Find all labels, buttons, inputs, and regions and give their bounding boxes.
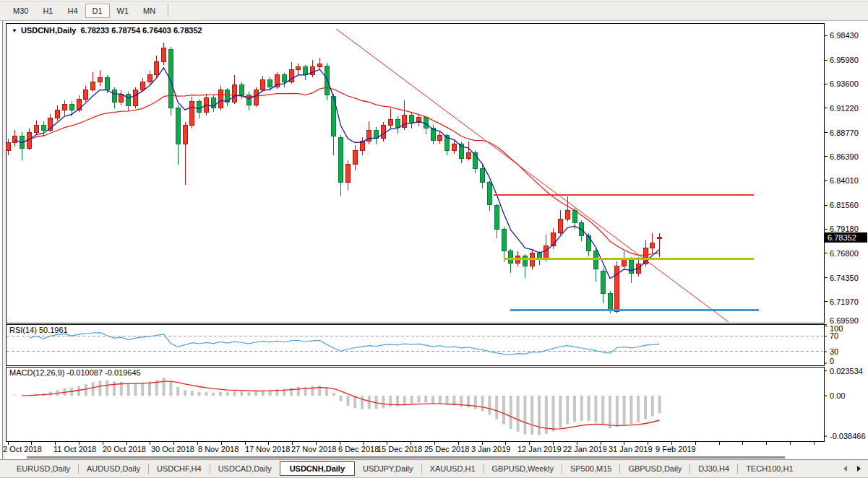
chart-tab-gbpusd-weekly[interactable]: GBPUSD,Weekly (484, 462, 562, 475)
price-tick-label: 6.88770 (830, 129, 859, 137)
chart-tab-sp500-m15[interactable]: SP500,M15 (562, 462, 619, 475)
chart-tab-usdchf-h4[interactable]: USDCHF,H4 (149, 462, 210, 475)
chart-tab-usdcnh-daily[interactable]: USDCNH,Daily (280, 461, 355, 476)
chart-tabs: EURUSD,DailyAUDUSD,DailyUSDCHF,H4USDCAD,… (9, 462, 802, 476)
date-tick-label: 17 Nov 2018 (245, 445, 290, 453)
date-tick-label: 9 Feb 2019 (656, 445, 696, 453)
chart-tab-gbpusd-daily[interactable]: GBPUSD,Daily (620, 462, 689, 475)
date-tick-label: 15 Dec 2018 (377, 445, 422, 453)
date-axis: 2 Oct 201811 Oct 201820 Oct 201830 Oct 2… (3, 442, 814, 459)
price-tick-label: 6.91220 (830, 104, 859, 113)
date-tick-label: 12 Jan 2019 (517, 445, 562, 453)
macd-tick-label: -0.038466 (830, 432, 866, 440)
price-tag-layer: 6.78352 (825, 233, 867, 243)
price-tick-label: 6.84010 (830, 176, 859, 185)
chart-tab-tech100-h1[interactable]: TECH100,H1 (738, 462, 801, 475)
tab-scroll-left-icon[interactable] (843, 466, 847, 472)
candles-layer (6, 43, 662, 313)
rsi-tick-label: 70 (830, 331, 838, 340)
price-tick-label: 6.86390 (830, 152, 859, 161)
date-tick-label: 27 Nov 2018 (291, 445, 336, 453)
price-tick-label: 6.95980 (830, 56, 859, 64)
date-tick-label: 20 Oct 2018 (103, 445, 146, 453)
date-tick-label: 11 Oct 2018 (53, 445, 96, 453)
price-tick-label: 6.71970 (830, 297, 859, 306)
chart-tab-usdcad-daily[interactable]: USDCAD,Daily (210, 462, 280, 475)
date-tick-label: 30 Oct 2018 (151, 445, 194, 453)
rsi-layer (7, 333, 823, 355)
chart-high-value: 6.78754 (111, 26, 140, 35)
macd-tick-label: 0.00 (830, 391, 845, 400)
date-tick-label: 8 Nov 2018 (198, 445, 239, 453)
chart-close-value: 6.78352 (173, 26, 202, 35)
pane-borders (6, 23, 824, 441)
rsi-tick-label: 30 (830, 347, 838, 356)
chart-canvas[interactable]: 6.984306.959806.936006.912206.887706.863… (0, 0, 868, 478)
macd-tick-label: 0.023534 (830, 367, 863, 375)
drawn-objects-layer (336, 29, 759, 322)
chart-symbol: USDCNH,Daily (21, 26, 76, 35)
chart-tab-bar: EURUSD,DailyAUDUSD,DailyUSDCHF,H4USDCAD,… (0, 459, 868, 478)
chart-tab-xauusd-h1[interactable]: XAUUSD,H1 (422, 462, 484, 475)
date-tick-label: 2 Oct 2018 (3, 445, 42, 453)
price-tick-label: 6.81560 (830, 201, 859, 209)
rsi-indicator-label: RSI(14) 50.1961 (9, 326, 68, 334)
price-tick-label: 6.76800 (830, 249, 859, 258)
date-tick-label: 31 Jan 2019 (609, 445, 653, 453)
current-price-tag-value: 6.78352 (828, 233, 856, 242)
chart-tab-dj30-h4[interactable]: DJ30,H4 (690, 462, 737, 475)
rsi-tick-label: 0 (830, 357, 834, 365)
date-tick-label: 22 Jan 2019 (563, 445, 607, 453)
price-tick-label: 6.74350 (830, 274, 859, 282)
date-tick-label: 25 Dec 2018 (424, 445, 469, 453)
chart-hscroll-track[interactable] (27, 456, 785, 459)
chart-low-value: 6.76403 (142, 26, 171, 35)
chart-open-value: 6.78233 (80, 26, 109, 35)
chart-tab-usdjpy-daily[interactable]: USDJPY,Daily (355, 462, 421, 475)
macd-indicator-label: MACD(12,26,9) -0.010087 -0.019645 (9, 368, 141, 377)
date-tick-label: 6 Dec 2018 (338, 445, 379, 453)
price-tick-label: 6.79180 (830, 225, 859, 233)
price-tick-label: 6.98430 (830, 31, 859, 40)
date-tick-label: 3 Jan 2019 (471, 445, 510, 453)
price-tick-label: 6.93600 (830, 79, 859, 88)
chart-tab-eurusd-daily[interactable]: EURUSD,Daily (9, 462, 78, 475)
chart-title: ▼USDCNH,Daily 6.78233 6.78754 6.76403 6.… (12, 26, 202, 35)
tab-scroll-arrows (843, 466, 861, 472)
chart-menu-arrow-icon[interactable]: ▼ (12, 27, 17, 34)
chart-tab-audusd-daily[interactable]: AUDUSD,Daily (79, 462, 148, 475)
macd-layer (15, 378, 660, 435)
tab-scroll-right-icon[interactable] (857, 466, 861, 472)
